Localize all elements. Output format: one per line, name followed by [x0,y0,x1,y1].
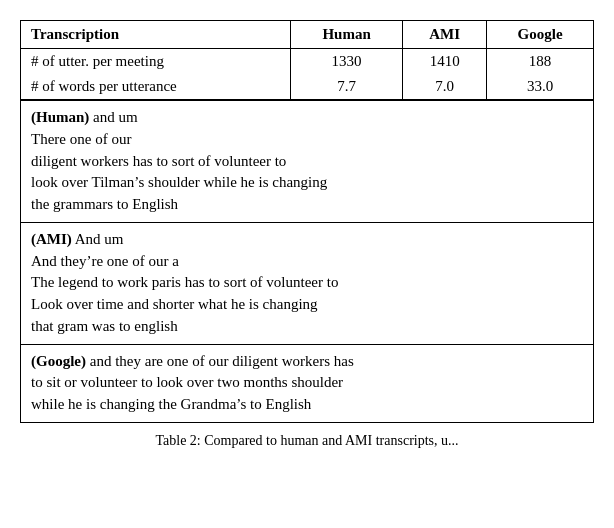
header-ami: AMI [403,21,487,49]
human-transcript: (Human) and um There one of our diligent… [20,100,594,223]
google-text-line1: and they are one of our diligent workers… [90,353,354,369]
ami-text-line5: that gram was to english [31,318,178,334]
ami-label: (AMI) [31,231,72,247]
table-row: # of words per utterance 7.7 7.0 33.0 [21,74,594,100]
google-label: (Google) [31,353,86,369]
table-caption: Table 2: Compared to human and AMI trans… [20,433,594,449]
google-text-line2: to sit or volunteer to look over two mon… [31,374,343,390]
human-label: (Human) [31,109,89,125]
row-label: # of utter. per meeting [21,49,291,75]
ami-text-line1: And um [75,231,124,247]
human-text-line4: look over Tilman’s shoulder while he is … [31,174,327,190]
ami-text-line3: The legend to work paris has to sort of … [31,274,338,290]
google-text-line3: while he is changing the Grandma’s to En… [31,396,311,412]
row-google: 33.0 [487,74,594,100]
human-text-line1: and um [93,109,138,125]
ami-transcript: (AMI) And um And they’re one of our a Th… [20,223,594,345]
row-ami: 1410 [403,49,487,75]
row-human: 7.7 [290,74,402,100]
google-transcript: (Google) and they are one of our diligen… [20,345,594,423]
human-text-line3: diligent workers has to sort of voluntee… [31,153,286,169]
main-table-container: Transcription Human AMI Google # of utte… [20,20,594,449]
ami-text-line2: And they’re one of our a [31,253,179,269]
human-text-line2: There one of our [31,131,131,147]
row-label: # of words per utterance [21,74,291,100]
stats-table: Transcription Human AMI Google # of utte… [20,20,594,100]
header-transcription: Transcription [21,21,291,49]
row-google: 188 [487,49,594,75]
row-ami: 7.0 [403,74,487,100]
header-human: Human [290,21,402,49]
human-text-line5: the grammars to English [31,196,178,212]
ami-text-line4: Look over time and shorter what he is ch… [31,296,318,312]
table-row: # of utter. per meeting 1330 1410 188 [21,49,594,75]
header-google: Google [487,21,594,49]
row-human: 1330 [290,49,402,75]
